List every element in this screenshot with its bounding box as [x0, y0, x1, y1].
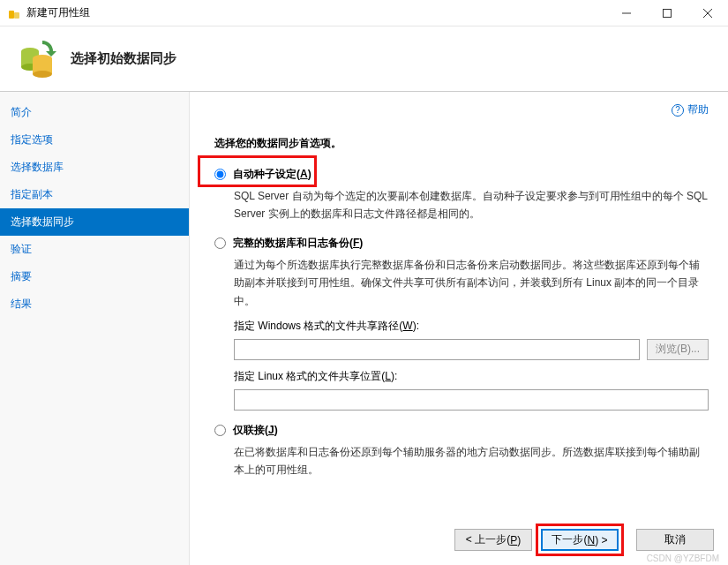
option-join-only: 仅联接(J) 在已将数据库和日志备份还原到每个辅助服务器的地方启动数据同步。所选…: [214, 423, 709, 479]
radio-auto-seed[interactable]: [214, 169, 226, 180]
window-controls: [606, 0, 728, 26]
sidebar-item-select-db[interactable]: 选择数据库: [0, 154, 189, 181]
help-link[interactable]: ? 帮助: [672, 102, 709, 117]
wizard-content: ? 帮助 选择您的数据同步首选项。 自动种子设定(A) SQL Server 自…: [190, 92, 728, 565]
help-label: 帮助: [687, 102, 709, 117]
option-auto-seed-desc: SQL Server 自动为每个选定的次要副本创建数据库。自动种子设定要求参与到…: [234, 187, 709, 223]
svg-rect-3: [664, 9, 672, 17]
option-auto-seed: 自动种子设定(A) SQL Server 自动为每个选定的次要副本创建数据库。自…: [214, 167, 709, 223]
svg-rect-1: [14, 12, 19, 19]
option-full-backup-desc: 通过为每个所选数据库执行完整数据库备份和日志备份来启动数据同步。将这些数据库还原…: [234, 256, 709, 310]
sidebar-item-validation[interactable]: 验证: [0, 236, 189, 263]
sidebar-item-options[interactable]: 指定选项: [0, 126, 189, 154]
maximize-button[interactable]: [647, 0, 687, 26]
option-join-only-desc: 在已将数据库和日志备份还原到每个辅助服务器的地方启动数据同步。所选数据库联接到每…: [234, 443, 709, 479]
wizard-header-icon: [16, 39, 56, 79]
app-icon: [7, 6, 21, 20]
wizard-sidebar: 简介 指定选项 选择数据库 指定副本 选择数据同步 验证 摘要 结果: [0, 92, 190, 565]
radio-full-backup-label: 完整的数据库和日志备份(F): [233, 236, 363, 251]
option-full-backup: 完整的数据库和日志备份(F) 通过为每个所选数据库执行完整数据库备份和日志备份来…: [214, 236, 709, 411]
linux-path-label: 指定 Linux 格式的文件共享位置(L):: [234, 369, 709, 384]
minimize-button[interactable]: [606, 0, 647, 26]
next-button[interactable]: 下一步(N) >: [541, 529, 619, 551]
watermark: CSDN @YZBFDM: [647, 554, 719, 563]
prev-button[interactable]: < 上一步(P): [454, 529, 532, 551]
radio-join-only[interactable]: [214, 425, 226, 436]
radio-join-only-label: 仅联接(J): [233, 423, 278, 438]
windows-path-input[interactable]: [234, 339, 640, 360]
linux-path-input[interactable]: [234, 389, 709, 411]
browse-button[interactable]: 浏览(B)...: [647, 339, 709, 360]
cancel-button[interactable]: 取消: [636, 529, 714, 551]
wizard-button-bar: < 上一步(P) 下一步(N) > 取消: [454, 529, 714, 551]
close-button[interactable]: [687, 0, 728, 26]
instruction-text: 选择您的数据同步首选项。: [214, 136, 709, 151]
radio-full-backup[interactable]: [214, 237, 226, 249]
sidebar-item-results[interactable]: 结果: [0, 290, 189, 318]
titlebar: 新建可用性组: [0, 0, 728, 26]
sidebar-item-data-sync[interactable]: 选择数据同步: [0, 208, 189, 236]
sidebar-item-replicas[interactable]: 指定副本: [0, 181, 189, 208]
window-title: 新建可用性组: [26, 5, 606, 20]
help-icon: ?: [672, 104, 684, 117]
windows-path-label: 指定 Windows 格式的文件共享路径(W):: [234, 319, 709, 334]
svg-point-11: [33, 71, 52, 78]
sidebar-item-intro[interactable]: 简介: [0, 99, 189, 126]
radio-auto-seed-label: 自动种子设定(A): [233, 167, 311, 182]
wizard-title: 选择初始数据同步: [71, 50, 176, 67]
sidebar-item-summary[interactable]: 摘要: [0, 263, 189, 290]
svg-rect-0: [9, 11, 14, 19]
wizard-header: 选择初始数据同步: [0, 26, 728, 92]
